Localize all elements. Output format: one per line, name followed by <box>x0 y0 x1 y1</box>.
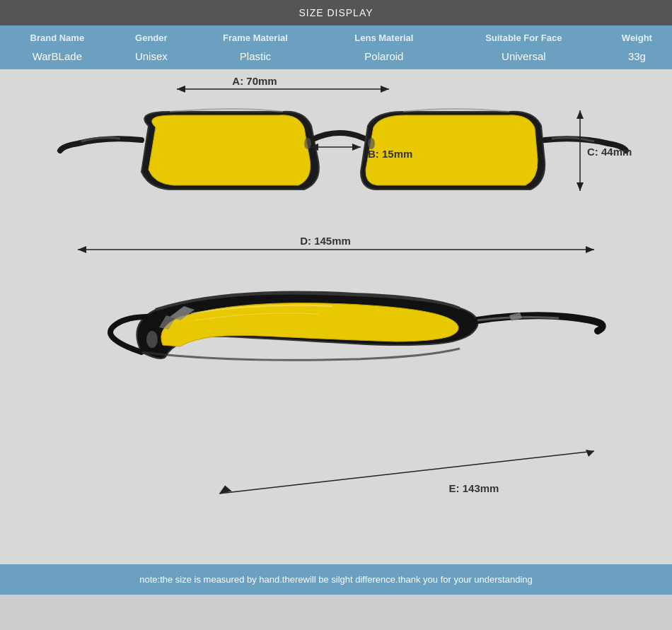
table-value-row: WarBLade Unisex Plastic Polaroid Univers… <box>0 47 672 69</box>
info-table: Brand Name Gender Frame Material Lens Ma… <box>0 25 672 69</box>
value-brand: WarBLade <box>0 47 115 69</box>
svg-line-15 <box>219 451 594 494</box>
value-gender: Unisex <box>115 47 188 69</box>
main-display-area: A: 70mm B: 15mm C: 44mm D: 145mm <box>0 69 672 564</box>
note-text: note:the size is measured by hand.therew… <box>139 574 532 585</box>
bottom-note: note:the size is measured by hand.therew… <box>0 564 672 595</box>
value-lens: Polaroid <box>323 47 446 69</box>
svg-marker-4 <box>381 86 389 93</box>
dim-a-label: A: 70mm <box>232 75 277 87</box>
svg-point-14 <box>146 331 158 348</box>
dim-c-label: C: 44mm <box>587 146 632 158</box>
header-brand: Brand Name <box>0 25 115 47</box>
svg-marker-3 <box>177 86 185 93</box>
svg-marker-9 <box>577 110 584 119</box>
value-frame: Plastic <box>188 47 323 69</box>
value-weight: 33g <box>602 47 672 69</box>
dim-e-label: E: 143mm <box>449 482 499 494</box>
header-frame: Frame Material <box>188 25 323 47</box>
dim-d-label: D: 145mm <box>300 235 351 247</box>
header-gender: Gender <box>115 25 188 47</box>
dim-b-label: B: 15mm <box>368 148 412 160</box>
header-lens: Lens Material <box>323 25 446 47</box>
title-text: SIZE DISPLAY <box>299 7 373 18</box>
svg-marker-12 <box>78 246 86 253</box>
svg-marker-13 <box>586 246 594 253</box>
header-face: Suitable For Face <box>446 25 602 47</box>
title-bar: SIZE DISPLAY <box>0 0 672 25</box>
value-face: Universal <box>446 47 602 69</box>
svg-marker-10 <box>577 182 584 191</box>
header-weight: Weight <box>602 25 672 47</box>
size-diagram-svg: A: 70mm B: 15mm C: 44mm D: 145mm <box>14 69 658 557</box>
table-header-row: Brand Name Gender Frame Material Lens Ma… <box>0 25 672 47</box>
svg-marker-7 <box>352 144 361 151</box>
